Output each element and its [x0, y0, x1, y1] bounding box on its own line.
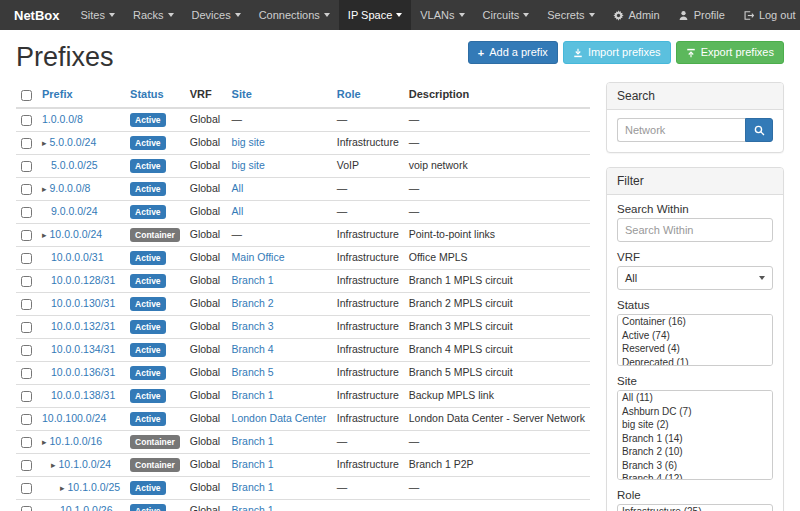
prefix-link[interactable]: 1.0.0.0/8 — [42, 113, 83, 125]
nav-item-racks[interactable]: Racks — [124, 0, 183, 30]
row-checkbox[interactable] — [21, 207, 32, 218]
nav-item-profile[interactable]: Profile — [669, 0, 734, 30]
site-link[interactable]: Branch 2 — [232, 297, 274, 309]
filter-option-branch-3-6[interactable]: Branch 3 (6) — [618, 459, 772, 473]
nav-item-ip-space[interactable]: IP Space — [339, 0, 411, 30]
row-checkbox[interactable] — [21, 230, 32, 241]
prefix-link[interactable]: 10.1.0.0/26 — [60, 504, 113, 511]
row-checkbox[interactable] — [21, 276, 32, 287]
prefix-link[interactable]: 10.0.0.138/31 — [51, 389, 115, 401]
site-link[interactable]: Main Office — [232, 251, 285, 263]
prefix-link[interactable]: 5.0.0.0/25 — [51, 159, 98, 171]
nav-item-devices[interactable]: Devices — [183, 0, 250, 30]
search-input[interactable] — [617, 118, 745, 142]
column-header-role[interactable]: Role — [332, 82, 404, 108]
row-checkbox[interactable] — [21, 184, 32, 195]
prefix-link[interactable]: 10.0.0.128/31 — [51, 274, 115, 286]
row-checkbox[interactable] — [21, 414, 32, 425]
site-link[interactable]: All — [232, 205, 244, 217]
role-cell: Infrastructure — [332, 131, 404, 154]
expand-caret-icon: ▸ — [51, 460, 56, 470]
status-filter-list[interactable]: Container (16)Active (74)Reserved (4)Dep… — [617, 314, 773, 366]
row-checkbox[interactable] — [21, 506, 32, 511]
prefix-link[interactable]: 5.0.0.0/24 — [50, 136, 97, 148]
prefix-link[interactable]: 10.0.100.0/24 — [42, 412, 106, 424]
select-all-checkbox[interactable] — [21, 90, 32, 101]
sidebar: Search Filter Search Within — [606, 82, 784, 511]
sort-link[interactable]: Prefix — [42, 88, 73, 100]
nav-item-circuits[interactable]: Circuits — [474, 0, 539, 30]
sort-link[interactable]: Role — [337, 88, 361, 100]
search-button[interactable] — [745, 118, 773, 142]
filter-option-infrastructure-25[interactable]: Infrastructure (25) — [618, 505, 772, 511]
prefix-link[interactable]: 10.1.0.0/25 — [68, 481, 121, 493]
nav-item-secrets[interactable]: Secrets — [538, 0, 603, 30]
prefix-link[interactable]: 10.1.0.0/16 — [50, 435, 103, 447]
site-link[interactable]: Branch 1 — [232, 389, 274, 401]
column-header-prefix[interactable]: Prefix — [37, 82, 125, 108]
app-brand[interactable]: NetBox — [8, 0, 72, 30]
nav-item-sites[interactable]: Sites — [72, 0, 124, 30]
filter-option-branch-2-10[interactable]: Branch 2 (10) — [618, 445, 772, 459]
nav-item-vlans[interactable]: VLANs — [411, 0, 473, 30]
filter-option-all-11[interactable]: All (11) — [618, 391, 772, 405]
filter-panel: Filter Search Within VRF All Status Cont… — [606, 167, 784, 511]
nav-item-connections[interactable]: Connections — [250, 0, 339, 30]
row-checkbox[interactable] — [21, 460, 32, 471]
prefix-link[interactable]: 10.0.0.136/31 — [51, 366, 115, 378]
filter-option-branch-1-14[interactable]: Branch 1 (14) — [618, 432, 772, 446]
row-checkbox[interactable] — [21, 345, 32, 356]
sort-link[interactable]: Site — [232, 88, 252, 100]
role-filter-list[interactable]: Infrastructure (25)Management (8)Private… — [617, 504, 773, 511]
site-link[interactable]: Branch 1 — [232, 435, 274, 447]
sort-link[interactable]: Status — [130, 88, 164, 100]
table-row: 5.0.0.0/25ActiveGlobalbig siteVoIPvoip n… — [16, 154, 590, 177]
site-link[interactable]: Branch 1 — [232, 458, 274, 470]
search-within-input[interactable] — [617, 218, 773, 242]
filter-option-container-16[interactable]: Container (16) — [618, 315, 772, 329]
prefix-link[interactable]: 10.0.0.134/31 — [51, 343, 115, 355]
filter-option-ashburn-dc-7[interactable]: Ashburn DC (7) — [618, 405, 772, 419]
column-header-site[interactable]: Site — [227, 82, 332, 108]
site-link[interactable]: Branch 3 — [232, 320, 274, 332]
filter-option-branch-4-12[interactable]: Branch 4 (12) — [618, 472, 772, 480]
site-filter-list[interactable]: All (11)Ashburn DC (7)big site (2)Branch… — [617, 390, 773, 480]
export-prefixes-button[interactable]: Export prefixes — [676, 41, 784, 64]
row-checkbox[interactable] — [21, 368, 32, 379]
row-checkbox[interactable] — [21, 299, 32, 310]
site-link[interactable]: Branch 1 — [232, 504, 274, 511]
prefix-link[interactable]: 9.0.0.0/24 — [51, 205, 98, 217]
filter-option-active-74[interactable]: Active (74) — [618, 329, 772, 343]
row-checkbox[interactable] — [21, 115, 32, 126]
site-link[interactable]: Branch 1 — [232, 481, 274, 493]
import-prefixes-button[interactable]: Import prefixes — [563, 41, 671, 64]
site-link[interactable]: Branch 4 — [232, 343, 274, 355]
prefix-link[interactable]: 9.0.0.0/8 — [50, 182, 91, 194]
filter-option-deprecated-1[interactable]: Deprecated (1) — [618, 356, 772, 367]
nav-item-log-out[interactable]: Log out — [734, 0, 800, 30]
row-checkbox[interactable] — [21, 391, 32, 402]
prefix-link[interactable]: 10.1.0.0/24 — [59, 458, 112, 470]
site-link[interactable]: big site — [232, 136, 265, 148]
row-checkbox[interactable] — [21, 483, 32, 494]
row-checkbox[interactable] — [21, 322, 32, 333]
add-prefix-button[interactable]: + Add a prefix — [468, 41, 558, 64]
prefix-link[interactable]: 10.0.0.0/31 — [51, 251, 104, 263]
prefix-link[interactable]: 10.0.0.0/24 — [50, 228, 103, 240]
column-header-status[interactable]: Status — [125, 82, 185, 108]
row-checkbox[interactable] — [21, 437, 32, 448]
vrf-select[interactable]: All — [617, 266, 773, 290]
row-checkbox[interactable] — [21, 253, 32, 264]
prefix-link[interactable]: 10.0.0.130/31 — [51, 297, 115, 309]
site-link[interactable]: big site — [232, 159, 265, 171]
filter-option-reserved-4[interactable]: Reserved (4) — [618, 342, 772, 356]
nav-item-admin[interactable]: Admin — [604, 0, 669, 30]
site-link[interactable]: All — [232, 182, 244, 194]
site-link[interactable]: Branch 1 — [232, 274, 274, 286]
site-link[interactable]: London Data Center — [232, 412, 327, 424]
filter-option-big-site-2[interactable]: big site (2) — [618, 418, 772, 432]
row-checkbox[interactable] — [21, 138, 32, 149]
row-checkbox[interactable] — [21, 161, 32, 172]
prefix-link[interactable]: 10.0.0.132/31 — [51, 320, 115, 332]
site-link[interactable]: Branch 5 — [232, 366, 274, 378]
